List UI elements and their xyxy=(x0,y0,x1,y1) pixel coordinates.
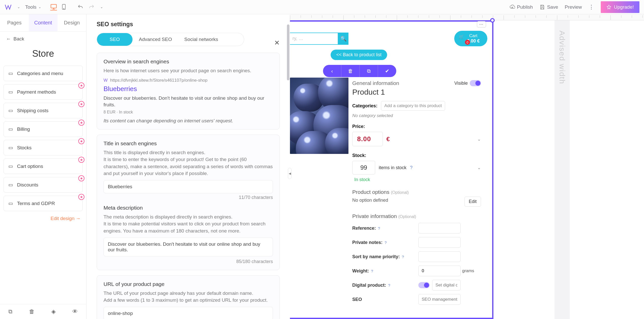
sort-input[interactable] xyxy=(418,251,461,262)
product-image[interactable] xyxy=(290,78,348,154)
help-icon[interactable]: ? xyxy=(388,283,390,287)
help-icon[interactable]: ? xyxy=(402,255,404,259)
help-icon[interactable]: ? xyxy=(410,165,413,170)
redo-button[interactable] xyxy=(89,4,95,10)
reference-label: Reference: xyxy=(352,226,376,231)
stock-input[interactable] xyxy=(352,161,375,175)
tab-design[interactable]: Design xyxy=(57,14,86,31)
private-info-heading: Private information (Optional) xyxy=(352,213,481,219)
no-option-text: No option defined xyxy=(352,198,388,203)
product-name[interactable]: Product 1 xyxy=(352,88,481,96)
folder-icon: ▭ xyxy=(8,70,13,76)
seo-tab-seo[interactable]: SEO xyxy=(97,33,133,46)
preview-description: Discover our blueberries. Don't hesitate… xyxy=(104,95,273,108)
no-category-text: No category selected xyxy=(352,113,481,118)
selection-frame[interactable]: ⋯ ry, … 🔍 🛒 0 Cart 0.00 € << Back to pro… xyxy=(290,20,493,319)
seo-tab-social[interactable]: Social networks xyxy=(178,33,224,46)
device-mobile-icon[interactable] xyxy=(62,4,66,10)
device-desktop-icon[interactable] xyxy=(50,4,57,10)
visible-toggle[interactable] xyxy=(470,80,481,86)
notes-label: Private notes: xyxy=(352,240,383,245)
star-badge-icon: ★ xyxy=(78,175,84,181)
close-icon[interactable]: ✕ xyxy=(274,39,280,47)
panel-title: Store xyxy=(0,46,86,66)
stock-unit: items in stock xyxy=(379,165,406,170)
digital-label: Digital product: xyxy=(352,283,386,288)
toolbar-delete-button[interactable]: 🗑 xyxy=(341,65,360,77)
ruler xyxy=(290,14,644,20)
digital-content-input[interactable] xyxy=(432,280,461,291)
back-button[interactable]: ← Back xyxy=(0,32,86,46)
drag-handle-icon[interactable]: ⋯ xyxy=(477,21,486,27)
preview-button[interactable]: Preview xyxy=(565,4,582,10)
meta-help-1: The meta description is displayed direct… xyxy=(104,213,273,221)
save-button[interactable]: Save xyxy=(539,4,558,10)
seo-management-input[interactable] xyxy=(418,294,461,305)
seo-meta-input[interactable]: Discover our blueberries. Don't hesitate… xyxy=(104,238,273,256)
nav-billing[interactable]: ▭Billing★ xyxy=(4,121,83,137)
seo-url-input[interactable] xyxy=(104,307,273,319)
tools-menu[interactable]: Tools⌄ xyxy=(25,4,41,10)
publish-button[interactable]: Publish xyxy=(509,4,533,10)
category-input[interactable]: Add a category to this product xyxy=(381,101,445,111)
price-expand-icon[interactable]: ⌄ xyxy=(477,136,481,142)
seo-tab-advanced[interactable]: Advanced SEO xyxy=(133,33,178,46)
stock-expand-icon[interactable]: ⌄ xyxy=(477,165,481,170)
tab-content[interactable]: Content xyxy=(29,14,57,31)
upgrade-button[interactable]: Upgrade! xyxy=(601,1,639,13)
edit-design-link[interactable]: Edit design → xyxy=(0,211,86,226)
notes-input[interactable] xyxy=(418,237,461,248)
nav-shipping[interactable]: ▭Shipping costs★ xyxy=(4,103,83,118)
search-input[interactable]: ry, … xyxy=(290,33,338,45)
tag-icon: ▭ xyxy=(8,182,13,188)
star-badge-icon: ★ xyxy=(78,120,84,126)
reference-input[interactable] xyxy=(418,223,461,234)
back-to-list-button[interactable]: << Back to product list xyxy=(331,50,387,60)
visible-label: Visible xyxy=(454,81,468,86)
currency-symbol: € xyxy=(386,136,390,143)
logo-dropdown[interactable]: ⌄ xyxy=(17,5,20,9)
svg-point-2 xyxy=(64,8,64,9)
price-label: Price: xyxy=(352,124,481,129)
nav-discounts[interactable]: ▭Discounts★ xyxy=(4,177,83,193)
trash-icon[interactable]: 🗑 xyxy=(29,308,35,315)
nav-terms[interactable]: ▭Terms and GDPR★ xyxy=(4,196,83,211)
truck-icon: ▭ xyxy=(8,108,13,113)
more-menu-icon[interactable]: ⋮ xyxy=(589,4,594,10)
nav-payment[interactable]: ▭Payment methods★ xyxy=(4,84,83,100)
meta-card-heading: Meta description xyxy=(104,205,273,211)
meta-help-2: It is time to make potential visitors wa… xyxy=(104,220,273,234)
layers-icon[interactable]: ◈ xyxy=(51,308,56,315)
collapse-panel-handle[interactable]: ◀ xyxy=(288,168,291,179)
price-input[interactable] xyxy=(352,132,383,146)
cart-count-badge: 0 xyxy=(465,40,470,45)
search-button[interactable]: 🔍 xyxy=(338,33,348,45)
nav-stocks[interactable]: ▭Stocks★ xyxy=(4,140,83,155)
help-icon[interactable]: ? xyxy=(371,269,373,273)
history-dropdown[interactable]: ⌄ xyxy=(100,5,103,9)
svg-rect-0 xyxy=(51,4,57,8)
tab-pages[interactable]: Pages xyxy=(0,14,29,31)
nav-categories[interactable]: ▭Categories and menu xyxy=(4,66,83,81)
edit-options-button[interactable]: Edit xyxy=(464,197,481,207)
cart-button[interactable]: 🛒 0 Cart 0.00 € xyxy=(454,31,487,46)
eye-icon[interactable]: 👁 xyxy=(72,308,78,315)
toolbar-confirm-button[interactable]: ✔ xyxy=(378,65,396,77)
scrollbar-thumb[interactable] xyxy=(287,24,289,80)
star-badge-icon: ★ xyxy=(78,194,84,200)
weight-input[interactable] xyxy=(418,266,461,276)
help-icon[interactable]: ? xyxy=(378,226,380,230)
duplicate-icon[interactable]: ⧉ xyxy=(8,308,12,315)
favicon-icon: W xyxy=(104,78,108,83)
nav-cart-options[interactable]: ▭Cart options★ xyxy=(4,158,83,174)
resize-handle[interactable] xyxy=(490,18,495,23)
help-icon[interactable]: ? xyxy=(385,240,387,245)
seo-settings-title: SEO settings xyxy=(97,21,133,28)
toolbar-duplicate-button[interactable]: ⧉ xyxy=(360,65,378,77)
seo-title-input[interactable] xyxy=(104,180,273,193)
toolbar-prev-button[interactable]: ‹ xyxy=(323,65,341,77)
preview-meta: 8 EUR · In stock xyxy=(104,110,273,114)
digital-toggle[interactable] xyxy=(418,282,430,288)
undo-button[interactable] xyxy=(77,4,83,10)
cart-label: Cart xyxy=(467,33,480,38)
